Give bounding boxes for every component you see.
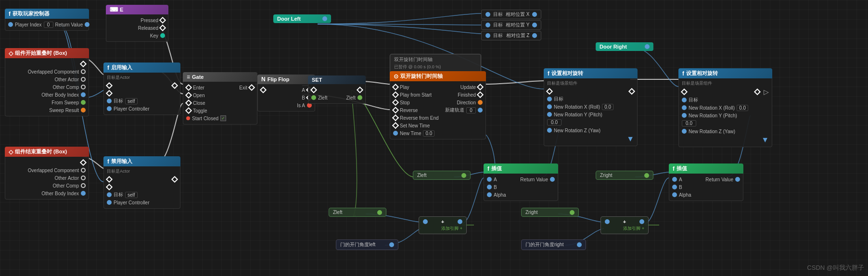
pin-released bbox=[159, 25, 166, 31]
node-body: Zleft Zleft bbox=[308, 84, 366, 104]
node-header: ⊙ 双开旋转门时间轴 bbox=[390, 71, 486, 81]
pin-other-actor bbox=[81, 77, 86, 82]
enable-input-node: f 启用输入 目标是Actor 目标 self bbox=[103, 63, 180, 115]
progress-subtitle: 已暂停 @ 0.00 s (0.0 %) bbox=[394, 64, 477, 70]
pin-pressed bbox=[159, 17, 166, 24]
pin-row: Player Index 0 Return Value bbox=[5, 21, 89, 28]
pin-exec-in bbox=[106, 82, 113, 89]
var-node: Zright bbox=[521, 208, 579, 217]
node-header: ≡ Gate bbox=[183, 72, 257, 82]
node-title: 获取玩家控制器 bbox=[13, 10, 50, 17]
var-node: 门的开门角度left bbox=[336, 239, 398, 250]
target-y-row: 目标 相对位置 Y bbox=[481, 20, 541, 30]
pin-row-released: Released bbox=[106, 24, 168, 32]
overlap-begin-node: ◇ 组件开始重叠时 (Box) Overlapped Component Oth… bbox=[5, 48, 89, 116]
watermark: CSDN @叫我六胖子 bbox=[807, 263, 864, 272]
pin-sweep-result bbox=[81, 108, 86, 113]
node-header: f 设置相对旋转 bbox=[544, 68, 638, 78]
pin-key bbox=[160, 33, 165, 38]
node-body: Overlapped Component Other Actor Other C… bbox=[5, 58, 89, 116]
pin-overlapped-comp bbox=[81, 69, 86, 74]
pin-exec2 bbox=[106, 90, 113, 97]
zleft-var1-node: Zleft bbox=[413, 171, 471, 180]
pin-open bbox=[185, 92, 192, 99]
node-title: 插值 bbox=[491, 165, 502, 172]
node-header: f 插值 bbox=[669, 163, 743, 174]
zright-var1-node: Zright bbox=[596, 171, 653, 180]
var-title: 门的开门角度right bbox=[525, 241, 563, 248]
node-title: Door Left bbox=[277, 16, 301, 22]
add-label-right: 添加引脚 + bbox=[605, 226, 644, 232]
node-body: Player Index 0 Return Value bbox=[5, 19, 89, 31]
node-header: f 设置相对旋转 bbox=[678, 68, 772, 78]
node-header: ◇ 组件结束重叠时 (Box) bbox=[5, 147, 89, 157]
node-title: 禁用输入 bbox=[111, 158, 132, 165]
event-icon: ◇ bbox=[9, 50, 13, 57]
gate-node: ≡ Gate Enter Exit Open Close bbox=[183, 72, 257, 125]
set-node: SET Zleft Zleft bbox=[308, 75, 366, 104]
get-player-controller-node: f 获取玩家控制器 Player Index 0 Return Value bbox=[5, 9, 89, 31]
pin-toggle bbox=[185, 107, 192, 114]
pin-player-index bbox=[8, 22, 13, 27]
target-positions: 目标 相对位置 X 目标 相对位置 Y 目标 相对位置 Z bbox=[481, 10, 541, 40]
subtitle: 目标是Actor bbox=[104, 75, 180, 82]
node-body: A B Is A bbox=[257, 84, 315, 112]
overlap-end-node: ◇ 组件结束重叠时 (Box) Overlapped Component Oth… bbox=[5, 147, 89, 200]
node-title: 双开旋转门时间轴 bbox=[400, 73, 443, 80]
node-body: A Return Value B Alpha bbox=[484, 174, 558, 201]
pin-row-pressed: Pressed bbox=[106, 16, 168, 24]
node-body: Overlapped Component Other Actor Other C… bbox=[5, 157, 89, 200]
node-header: ◇ 组件开始重叠时 (Box) bbox=[5, 48, 89, 58]
pin-close bbox=[185, 100, 192, 106]
node-title: Gate bbox=[192, 74, 204, 80]
var-node: Zleft bbox=[329, 208, 386, 217]
node-header: Door Right bbox=[596, 42, 653, 51]
node-header: N Flip Flop bbox=[257, 75, 315, 84]
var-title: Zleft bbox=[333, 210, 342, 215]
node-title: 组件开始重叠时 (Box) bbox=[15, 50, 67, 57]
node-body: A Return Value B Alpha bbox=[669, 174, 743, 201]
timeline-node: ⊙ 双开旋转门时间轴 Play Update Play from Start F… bbox=[390, 71, 486, 139]
door-angle-right-node: 门的开门角度right bbox=[521, 239, 586, 250]
node-header: f 启用输入 bbox=[103, 63, 180, 73]
disable-input-node: f 禁用输入 目标是Actor 目标 self bbox=[103, 156, 180, 209]
pin-start-closed bbox=[186, 116, 190, 120]
pin-exit bbox=[248, 84, 255, 91]
pin-row-key: Key bbox=[106, 32, 168, 39]
node-title: 插值 bbox=[677, 165, 687, 172]
node-title: E bbox=[120, 7, 123, 13]
pin-from-sweep bbox=[81, 100, 86, 105]
progress-title: 双开旋转门时间轴 bbox=[394, 56, 477, 63]
flip-flop-node: N Flip Flop A B Is A bbox=[257, 75, 315, 112]
node-header: f 禁用输入 bbox=[103, 156, 180, 166]
pin-exec-out bbox=[80, 61, 87, 67]
node-header: SET bbox=[308, 75, 366, 84]
door-left-node: Door Left bbox=[273, 14, 331, 23]
node-body: 目标是Actor 目标 self Player Controlle bbox=[103, 73, 180, 115]
pin-body-index bbox=[81, 92, 86, 97]
pin-player-ctrl bbox=[107, 106, 112, 111]
node-body: Play Update Play from Start Finished Sto… bbox=[390, 81, 486, 139]
node-body: 目标是场景组件 目标 New Rotation X (Roll) 0.0 bbox=[544, 78, 638, 146]
var-node: Zright bbox=[596, 171, 653, 180]
pin-return-value bbox=[85, 22, 89, 27]
start-closed-checkbox[interactable]: ✓ bbox=[220, 115, 226, 121]
pin-exec-out bbox=[171, 82, 178, 89]
node-body: 目标是场景组件 ▷ 目标 New Rotation X (Roll) 0.0 bbox=[678, 78, 772, 147]
set-relative-right-node: f 设置相对旋转 目标是场景组件 ▷ 目标 New Rotation X (Ro… bbox=[678, 68, 772, 147]
target-z-row: 目标 相对位置 Z bbox=[481, 31, 541, 40]
pin-target bbox=[107, 99, 112, 103]
node-title: 启用输入 bbox=[111, 64, 132, 71]
set-relative-left-node: f 设置相对旋转 目标是场景组件 目标 New Rotation X (Roll… bbox=[544, 68, 638, 146]
var-node: Zleft bbox=[413, 171, 471, 180]
var-title: Zleft bbox=[417, 173, 426, 178]
var-title: Zright bbox=[600, 173, 613, 178]
node-title: Door Right bbox=[600, 44, 627, 50]
node-header: f 获取玩家控制器 bbox=[5, 9, 89, 19]
add-引脚-left: + 添加引脚 + bbox=[419, 216, 467, 234]
node-body: 目标是Actor 目标 self Player Controlle bbox=[103, 166, 180, 209]
node-title: 设置相对旋转 bbox=[551, 70, 583, 77]
door-angle-left-node: 门的开门角度left bbox=[336, 239, 398, 250]
pin-enter bbox=[185, 84, 192, 91]
door-right-node: Door Right bbox=[596, 42, 653, 51]
